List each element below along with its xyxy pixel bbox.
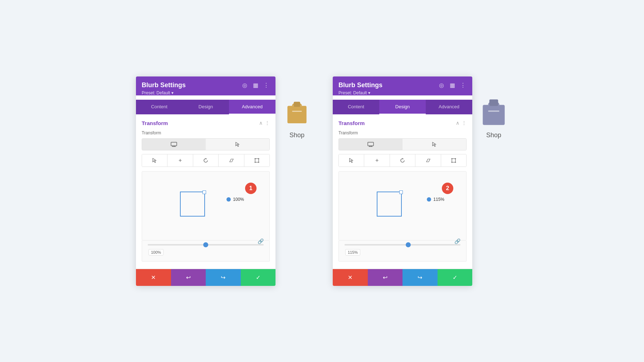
cursor-toggle-2[interactable] xyxy=(402,139,466,150)
section-header-icons-2: ∧ ⋮ xyxy=(456,120,467,126)
transform-section-1: Transform ∧ ⋮ Transform xyxy=(136,114,275,269)
section-more-icon-2[interactable]: ⋮ xyxy=(462,120,467,126)
section-more-icon-1[interactable]: ⋮ xyxy=(265,120,270,126)
save-button-1[interactable]: ✓ xyxy=(241,269,276,286)
undo-button-1[interactable]: ↩ xyxy=(171,269,206,286)
panel-title-1: Blurb Settings xyxy=(142,81,186,89)
more-icon-1[interactable]: ⋮ xyxy=(263,81,270,89)
preset-1[interactable]: Preset: Default xyxy=(142,90,270,95)
svg-rect-9 xyxy=(287,106,306,123)
preset-2[interactable]: Preset: Default xyxy=(338,90,467,95)
skew-icon-btn-2[interactable] xyxy=(415,154,441,167)
tab-content-2[interactable]: Content xyxy=(333,100,379,114)
slider-track-2 xyxy=(345,244,460,246)
transform-icons-row-1: + xyxy=(142,154,270,167)
translate-icon-btn-1[interactable]: + xyxy=(167,154,193,167)
rotate-icon-btn-1[interactable] xyxy=(193,154,219,167)
shop-label-2: Shop xyxy=(486,132,501,139)
slider-container-1[interactable]: 🔗 xyxy=(148,240,264,247)
svg-point-20 xyxy=(451,162,452,163)
more-icon-2[interactable]: ⋮ xyxy=(459,81,467,89)
cancel-button-1[interactable]: ✕ xyxy=(136,269,171,286)
shop-label-1: Shop xyxy=(289,132,304,139)
subsection-label-1: Transform xyxy=(142,130,270,135)
cancel-button-2[interactable]: ✕ xyxy=(333,269,368,286)
settings-panel-2: Blurb Settings ◎ ▦ ⋮ Preset: Default Con… xyxy=(333,76,472,286)
panel-header-icons-1: ◎ ▦ ⋮ xyxy=(241,81,270,89)
move-icon-btn-1[interactable] xyxy=(142,154,167,167)
scale-icon-btn-2[interactable] xyxy=(441,154,466,167)
redo-button-2[interactable]: ↪ xyxy=(402,269,438,286)
svg-point-5 xyxy=(254,158,255,159)
scale-icon-btn-1[interactable] xyxy=(244,154,269,167)
slider-fill-1 xyxy=(148,244,206,246)
svg-rect-4 xyxy=(255,159,259,162)
section-header-1: Transform ∧ ⋮ xyxy=(142,120,270,126)
svg-point-8 xyxy=(258,162,259,163)
translate-icon-btn-2[interactable]: + xyxy=(364,154,390,167)
panel-2-container: Blurb Settings ◎ ▦ ⋮ Preset: Default Con… xyxy=(333,76,508,286)
preview-area-2: Shop xyxy=(479,76,508,139)
section-title-2: Transform xyxy=(338,120,365,126)
tab-content-1[interactable]: Content xyxy=(136,100,182,114)
slider-thumb-2[interactable] xyxy=(406,242,411,247)
slider-track-1 xyxy=(148,244,264,246)
target-icon-2[interactable]: ◎ xyxy=(438,81,445,89)
tab-advanced-2[interactable]: Advanced xyxy=(426,100,472,114)
blue-dot-2 xyxy=(427,197,431,202)
collapse-icon-2[interactable]: ∧ xyxy=(456,120,459,126)
section-header-icons-1: ∧ ⋮ xyxy=(259,120,270,126)
grid-icon-1[interactable]: ▦ xyxy=(252,81,259,89)
settings-panel-1: Blurb Settings ◎ ▦ ⋮ Preset: Default Con… xyxy=(136,76,275,286)
value-indicator-1: 100% xyxy=(226,197,244,202)
tab-design-2[interactable]: Design xyxy=(379,100,426,114)
canvas-inner-1: 1 100% xyxy=(148,177,264,234)
cursor-toggle-1[interactable] xyxy=(206,139,269,150)
slider-area-1: 🔗 100% xyxy=(142,240,270,262)
transform-icons-row-2: + xyxy=(338,154,467,167)
scale-x-value-1: 100% xyxy=(233,197,244,202)
monitor-toggle-2[interactable] xyxy=(339,139,402,150)
tab-design-1[interactable]: Design xyxy=(182,100,229,114)
slider-fill-2 xyxy=(345,244,408,246)
canvas-inner-2: 2 115% xyxy=(345,177,460,234)
slider-area-2: 🔗 115% xyxy=(338,240,467,262)
panel-tabs-2: Content Design Advanced xyxy=(333,100,472,114)
undo-button-2[interactable]: ↩ xyxy=(368,269,403,286)
collapse-icon-1[interactable]: ∧ xyxy=(259,120,263,126)
grid-icon-2[interactable]: ▦ xyxy=(449,81,456,89)
svg-point-19 xyxy=(455,158,456,159)
svg-rect-17 xyxy=(452,159,455,162)
link-icon-1[interactable]: 🔗 xyxy=(258,238,264,244)
section-title-1: Transform xyxy=(142,120,168,126)
tab-advanced-1[interactable]: Advanced xyxy=(229,100,275,114)
badge-2: 2 xyxy=(442,183,453,194)
toggle-row-1 xyxy=(142,138,270,150)
blue-rect-2 xyxy=(377,192,402,217)
slider-container-2[interactable]: 🔗 xyxy=(345,240,460,247)
scale-canvas-1: 1 100% xyxy=(142,171,270,240)
transform-section-2: Transform ∧ ⋮ Transform xyxy=(333,114,472,269)
scale-x-value-2: 115% xyxy=(433,197,444,202)
svg-point-18 xyxy=(451,158,452,159)
skew-icon-btn-1[interactable] xyxy=(219,154,244,167)
svg-point-6 xyxy=(258,158,259,159)
panel-tabs-1: Content Design Advanced xyxy=(136,100,275,114)
rotate-icon-btn-2[interactable] xyxy=(390,154,415,167)
svg-point-7 xyxy=(254,162,255,163)
svg-rect-22 xyxy=(483,105,504,125)
link-icon-2[interactable]: 🔗 xyxy=(454,238,460,244)
panel-header-2: Blurb Settings ◎ ▦ ⋮ Preset: Default xyxy=(333,76,472,95)
shop-bag-icon-2 xyxy=(479,98,508,128)
svg-rect-24 xyxy=(489,99,498,106)
redo-button-1[interactable]: ↪ xyxy=(206,269,241,286)
target-icon-1[interactable]: ◎ xyxy=(241,81,248,89)
panel-footer-2: ✕ ↩ ↪ ✓ xyxy=(333,269,472,286)
panel-body-1: Transform ∧ ⋮ Transform xyxy=(136,114,275,269)
monitor-toggle-1[interactable] xyxy=(142,139,206,150)
move-icon-btn-2[interactable] xyxy=(339,154,364,167)
save-button-2[interactable]: ✓ xyxy=(438,269,473,286)
scale-canvas-wrapper-2: 2 115% xyxy=(338,171,467,262)
slider-thumb-1[interactable] xyxy=(203,242,208,247)
panel-header-1: Blurb Settings ◎ ▦ ⋮ Preset: Default xyxy=(136,76,275,95)
